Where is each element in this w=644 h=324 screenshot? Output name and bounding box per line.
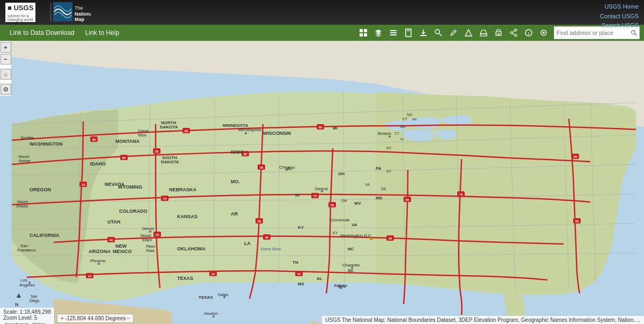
terrain-icon (479, 28, 488, 37)
svg-text:80: 80 (244, 153, 247, 156)
svg-text:Diego: Diego (30, 299, 39, 303)
svg-text:RI: RI (400, 138, 404, 141)
info-icon: i (524, 28, 533, 37)
svg-point-197 (370, 237, 373, 240)
home-btn[interactable]: ⌂ (1, 69, 11, 80)
svg-text:90: 90 (319, 126, 323, 129)
draw-icon-btn[interactable] (447, 26, 460, 40)
svg-text:KY: KY (298, 225, 304, 230)
svg-text:MS: MS (298, 282, 305, 286)
search-input[interactable] (557, 30, 631, 36)
svg-text:95: 95 (575, 220, 579, 223)
svg-text:SC: SC (348, 268, 354, 273)
svg-text:MI: MI (333, 126, 338, 131)
download-icon-btn[interactable] (416, 26, 430, 40)
info-icon-btn[interactable]: i (522, 26, 536, 40)
svg-marker-24 (465, 30, 472, 36)
help-link[interactable]: Link to Help (80, 25, 125, 41)
terrain-icon-btn[interactable] (477, 26, 491, 40)
svg-text:25: 25 (155, 150, 159, 153)
svg-text:Mount: Mount (141, 234, 151, 237)
svg-text:OH: OH (341, 199, 347, 203)
svg-text:KANSAS: KANSAS (177, 214, 197, 219)
search-usgs-link[interactable]: Search USGS (600, 21, 639, 31)
scale-distance: 300mi (32, 322, 46, 324)
header: ■ USGS science for a changing world The … (0, 0, 644, 25)
map-svg: 90 90 90 80 80 70 70 40 40 40 35 (0, 41, 644, 324)
scale-info: Scale: 1:18,489,298 Zoom Level: 5 300mi (0, 308, 55, 324)
elevation-icon-btn[interactable] (462, 26, 475, 40)
usgs-logo: ■ USGS science for a changing world The … (5, 2, 91, 23)
share-icon-btn[interactable] (507, 26, 521, 40)
svg-text:Washington D.C.: Washington D.C. (340, 233, 372, 238)
svg-text:WISCONSIN: WISCONSIN (263, 131, 291, 136)
svg-marker-25 (480, 30, 487, 34)
svg-text:The: The (75, 5, 83, 11)
svg-text:National: National (75, 11, 91, 17)
svg-text:Elbert: Elbert (142, 238, 152, 242)
contents-icon-btn[interactable] (386, 26, 400, 40)
search-input-icon (631, 30, 637, 36)
svg-text:OREGON: OREGON (30, 187, 51, 192)
svg-text:MD: MD (376, 196, 383, 200)
svg-point-32 (510, 32, 513, 34)
svg-text:i: i (528, 31, 529, 36)
svg-point-203 (223, 296, 225, 298)
svg-text:NC: NC (348, 247, 354, 251)
svg-point-190 (321, 190, 323, 192)
svg-text:TN: TN (292, 260, 298, 265)
data-download-link[interactable]: Link to Data Download (4, 25, 80, 41)
svg-text:10: 10 (211, 272, 215, 276)
map-container[interactable]: 90 90 90 80 80 70 70 40 40 40 35 (0, 41, 644, 324)
svg-text:VT: VT (402, 117, 408, 121)
contact-usgs-link[interactable]: Contact USGS (600, 12, 639, 21)
locate-btn[interactable]: ⊙ (1, 84, 11, 95)
svg-text:MA: MA (400, 125, 406, 128)
svg-point-178 (149, 231, 151, 233)
svg-text:WYOMING: WYOMING (118, 184, 142, 190)
svg-text:75: 75 (459, 193, 463, 196)
svg-text:40: 40 (389, 237, 392, 240)
svg-point-201 (351, 267, 353, 269)
download-icon (419, 28, 428, 37)
svg-point-39 (632, 31, 635, 34)
svg-text:TEXAS: TEXAS (199, 295, 213, 300)
svg-text:DAKOTA: DAKOTA (160, 125, 178, 129)
svg-rect-26 (480, 34, 487, 36)
svg-text:changing world: changing world (8, 18, 33, 22)
svg-text:OH: OH (338, 171, 345, 176)
usgs-home-link[interactable]: USGS Home (600, 2, 639, 12)
map-tools: + − ⌂ ⊙ (0, 41, 12, 96)
print-icon-btn[interactable] (492, 26, 506, 40)
scale-text: Scale: 1:18,489,298 (3, 309, 51, 315)
search-icon-btn[interactable] (431, 26, 445, 40)
svg-text:MO.: MO. (231, 179, 240, 184)
svg-text:COLORADO: COLORADO (119, 208, 148, 214)
svg-text:San: San (31, 294, 38, 298)
share-icon (509, 28, 518, 37)
layers-icon-btn[interactable] (371, 26, 385, 40)
svg-text:AR: AR (231, 211, 238, 217)
bookmark-icon (404, 28, 413, 37)
svg-text:Charlotte: Charlotte (342, 263, 360, 268)
svg-text:DAKOTA: DAKOTA (161, 160, 179, 164)
svg-text:Phoenix: Phoenix (90, 258, 106, 263)
svg-rect-9 (364, 29, 367, 32)
svg-rect-29 (497, 34, 500, 35)
svg-text:55: 55 (331, 204, 334, 207)
grid-icon-btn[interactable] (356, 26, 370, 40)
print-icon (494, 28, 503, 37)
bookmark-icon-btn[interactable] (401, 26, 415, 40)
svg-text:MEXICO: MEXICO (113, 249, 132, 254)
svg-text:Cincinnati: Cincinnati (331, 218, 349, 222)
svg-point-169 (27, 249, 29, 251)
scale-bar-svg (3, 322, 30, 324)
tools-icon-btn[interactable] (537, 26, 551, 40)
svg-text:VA: VA (352, 222, 357, 227)
attribution-text: USGS The National Map: National Boundari… (325, 317, 640, 323)
zoom-out-btn[interactable]: − (1, 54, 11, 64)
toolbar-icons: i (356, 26, 551, 40)
search-map-icon (434, 28, 443, 37)
zoom-in-btn[interactable]: + (1, 42, 11, 53)
svg-text:PA: PA (376, 166, 382, 171)
